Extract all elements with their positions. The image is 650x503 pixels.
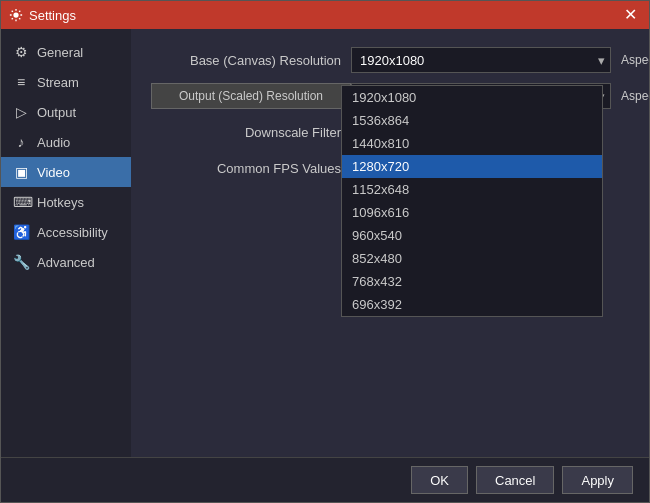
ok-button[interactable]: OK bbox=[411, 466, 468, 494]
general-icon: ⚙ bbox=[13, 44, 29, 60]
sidebar-label-stream: Stream bbox=[37, 75, 79, 90]
sidebar-item-output[interactable]: ▷ Output bbox=[1, 97, 131, 127]
video-icon: ▣ bbox=[13, 164, 29, 180]
hotkeys-icon: ⌨ bbox=[13, 194, 29, 210]
sidebar: ⚙ General ≡ Stream ▷ Output ♪ Audio ▣ Vi… bbox=[1, 29, 131, 457]
svg-point-0 bbox=[13, 12, 18, 17]
dropdown-item-9[interactable]: 696x392 bbox=[342, 293, 602, 316]
dropdown-item-7[interactable]: 852x480 bbox=[342, 247, 602, 270]
output-icon: ▷ bbox=[13, 104, 29, 120]
base-resolution-select-wrapper: 1920x1080 ▾ bbox=[351, 47, 611, 73]
fps-label: Common FPS Values bbox=[151, 161, 351, 176]
dropdown-item-6[interactable]: 960x540 bbox=[342, 224, 602, 247]
cancel-button[interactable]: Cancel bbox=[476, 466, 554, 494]
sidebar-label-audio: Audio bbox=[37, 135, 70, 150]
main-content: Base (Canvas) Resolution 1920x1080 ▾ Asp… bbox=[131, 29, 649, 457]
settings-window: Settings ✕ ⚙ General ≡ Stream ▷ Output ♪… bbox=[0, 0, 650, 503]
settings-icon bbox=[9, 8, 23, 22]
window-title: Settings bbox=[29, 8, 76, 23]
base-resolution-select[interactable]: 1920x1080 bbox=[351, 47, 611, 73]
title-bar: Settings ✕ bbox=[1, 1, 649, 29]
sidebar-label-advanced: Advanced bbox=[37, 255, 95, 270]
stream-icon: ≡ bbox=[13, 74, 29, 90]
sidebar-item-stream[interactable]: ≡ Stream bbox=[1, 67, 131, 97]
sidebar-item-advanced[interactable]: 🔧 Advanced bbox=[1, 247, 131, 277]
bottom-bar: OK Cancel Apply bbox=[1, 457, 649, 502]
sidebar-label-hotkeys: Hotkeys bbox=[37, 195, 84, 210]
dropdown-item-1[interactable]: 1536x864 bbox=[342, 109, 602, 132]
sidebar-item-accessibility[interactable]: ♿ Accessibility bbox=[1, 217, 131, 247]
sidebar-item-audio[interactable]: ♪ Audio bbox=[1, 127, 131, 157]
resolution-dropdown: 1920x1080 1536x864 1440x810 1280x720 115… bbox=[341, 85, 603, 317]
sidebar-item-general[interactable]: ⚙ General bbox=[1, 37, 131, 67]
output-resolution-button[interactable]: Output (Scaled) Resolution bbox=[151, 83, 351, 109]
sidebar-item-hotkeys[interactable]: ⌨ Hotkeys bbox=[1, 187, 131, 217]
dropdown-item-2[interactable]: 1440x810 bbox=[342, 132, 602, 155]
close-button[interactable]: ✕ bbox=[620, 5, 641, 25]
base-resolution-label: Base (Canvas) Resolution bbox=[151, 53, 351, 68]
content-area: ⚙ General ≡ Stream ▷ Output ♪ Audio ▣ Vi… bbox=[1, 29, 649, 457]
accessibility-icon: ♿ bbox=[13, 224, 29, 240]
dropdown-item-0[interactable]: 1920x1080 bbox=[342, 86, 602, 109]
dropdown-item-5[interactable]: 1096x616 bbox=[342, 201, 602, 224]
sidebar-label-output: Output bbox=[37, 105, 76, 120]
downscale-filter-label: Downscale Filter bbox=[151, 125, 351, 140]
advanced-icon: 🔧 bbox=[13, 254, 29, 270]
sidebar-label-general: General bbox=[37, 45, 83, 60]
apply-button[interactable]: Apply bbox=[562, 466, 633, 494]
sidebar-item-video[interactable]: ▣ Video bbox=[1, 157, 131, 187]
output-aspect-label: Aspect Ratio 16:9 bbox=[621, 89, 649, 103]
dropdown-item-4[interactable]: 1152x648 bbox=[342, 178, 602, 201]
title-bar-left: Settings bbox=[9, 8, 76, 23]
audio-icon: ♪ bbox=[13, 134, 29, 150]
dropdown-item-3[interactable]: 1280x720 bbox=[342, 155, 602, 178]
sidebar-label-accessibility: Accessibility bbox=[37, 225, 108, 240]
base-aspect-label: Aspect Ratio 16:9 bbox=[621, 53, 649, 67]
base-resolution-row: Base (Canvas) Resolution 1920x1080 ▾ Asp… bbox=[151, 47, 649, 73]
sidebar-label-video: Video bbox=[37, 165, 70, 180]
dropdown-item-8[interactable]: 768x432 bbox=[342, 270, 602, 293]
